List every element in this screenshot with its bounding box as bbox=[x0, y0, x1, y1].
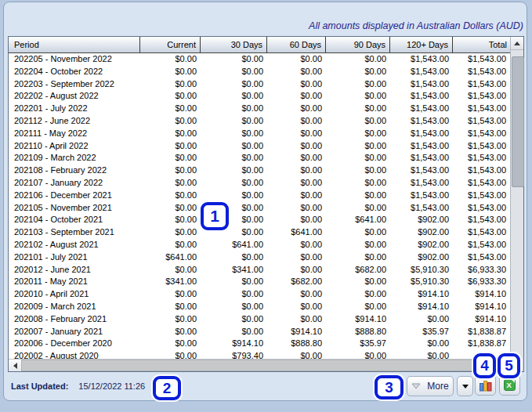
amount-cell: $0.00 bbox=[267, 214, 326, 226]
annotation-marker-4: 4 bbox=[473, 353, 496, 378]
table-row[interactable]: 202103 - September 2021$0.00$0.00$641.00… bbox=[9, 226, 510, 239]
table-row[interactable]: 202008 - February 2021$0.00$0.00$0.00$91… bbox=[9, 313, 510, 326]
amount-cell: $0.00 bbox=[267, 350, 326, 359]
amount-cell: $1,543.00 bbox=[390, 202, 453, 215]
more-button[interactable]: More bbox=[407, 376, 454, 396]
amount-cell: $1,543.00 bbox=[453, 103, 510, 115]
last-updated-value: 15/12/2022 11:26 bbox=[78, 381, 145, 391]
period-cell: 202002 - August 2020 bbox=[9, 350, 140, 359]
amount-cell: $1,543.00 bbox=[453, 251, 510, 264]
amount-cell: $914.10 bbox=[267, 326, 326, 338]
table-row[interactable]: 202205 - November 2022$0.00$0.00$0.00$0.… bbox=[9, 53, 510, 66]
table-row[interactable]: 202108 - February 2022$0.00$0.00$0.00$0.… bbox=[9, 164, 510, 177]
column-header-current[interactable]: Current bbox=[140, 37, 201, 52]
period-cell: 202008 - February 2021 bbox=[9, 313, 140, 326]
annotation-marker-5: 5 bbox=[498, 353, 520, 378]
amount-cell: $0.00 bbox=[201, 251, 267, 264]
aged-balances-screen: All amounts displayed in Australian Doll… bbox=[0, 0, 532, 412]
more-dropdown-button[interactable] bbox=[457, 376, 473, 396]
table-row[interactable]: 202007 - January 2021$0.00$0.00$914.10$8… bbox=[9, 326, 510, 338]
table-row[interactable]: 202006 - December 2020$0.00$914.10$888.8… bbox=[9, 338, 510, 350]
table-row[interactable]: 202106 - December 2021$0.00$0.00$0.00$0.… bbox=[9, 190, 510, 202]
table-row[interactable]: 202009 - March 2021$0.00$0.00$0.00$0.00$… bbox=[9, 301, 510, 313]
amount-cell: $0.00 bbox=[267, 103, 326, 115]
amount-cell: $0.00 bbox=[140, 190, 201, 202]
period-cell: 202202 - August 2022 bbox=[9, 90, 140, 103]
table-row[interactable]: 202203 - September 2022$0.00$0.00$0.00$0… bbox=[9, 78, 510, 91]
horizontal-scroll-thumb[interactable] bbox=[21, 360, 501, 371]
table-row[interactable]: 202012 - June 2021$0.00$341.00$0.00$682.… bbox=[9, 264, 510, 276]
table-row[interactable]: 202101 - July 2021$641.00$0.00$0.00$0.00… bbox=[9, 251, 510, 264]
amount-cell: $0.00 bbox=[201, 103, 267, 115]
amount-cell: $0.00 bbox=[267, 115, 326, 128]
column-header-period[interactable]: Period bbox=[9, 37, 140, 52]
period-cell: 202102 - August 2021 bbox=[9, 239, 140, 251]
table-row[interactable]: 202102 - August 2021$0.00$641.00$0.00$0.… bbox=[9, 239, 510, 251]
amount-cell: $0.00 bbox=[390, 338, 453, 350]
amount-cell: $0.00 bbox=[140, 103, 201, 115]
column-header-60-days[interactable]: 60 Days bbox=[267, 37, 326, 52]
arrow-up-icon bbox=[514, 42, 520, 45]
amount-cell: $35.97 bbox=[390, 326, 453, 338]
table-row[interactable]: 202011 - May 2021$341.00$0.00$682.00$0.0… bbox=[9, 276, 510, 288]
annotation-label: 3 bbox=[385, 379, 393, 396]
table-row[interactable]: 202201 - July 2022$0.00$0.00$0.00$0.00$1… bbox=[9, 103, 510, 115]
amount-cell: $0.00 bbox=[326, 152, 390, 164]
amount-cell: $0.00 bbox=[140, 313, 201, 326]
annotation-marker-2: 2 bbox=[153, 376, 181, 400]
table-row[interactable]: 202010 - April 2021$0.00$0.00$0.00$0.00$… bbox=[9, 288, 510, 301]
amount-cell: $0.00 bbox=[201, 115, 267, 128]
period-cell: 202012 - June 2021 bbox=[9, 264, 140, 276]
table-row[interactable]: 202204 - October 2022$0.00$0.00$0.00$0.0… bbox=[9, 66, 510, 78]
amount-cell: $902.00 bbox=[390, 214, 453, 226]
table-row[interactable]: 202107 - January 2022$0.00$0.00$0.00$0.0… bbox=[9, 177, 510, 190]
table-row[interactable]: 202002 - August 2020$0.00$793.40$0.00$0.… bbox=[9, 350, 510, 359]
table-row[interactable]: 202110 - April 2022$0.00$0.00$0.00$0.00$… bbox=[9, 140, 510, 153]
period-cell: 202101 - July 2021 bbox=[9, 251, 140, 264]
vertical-scrollbar[interactable] bbox=[510, 37, 523, 359]
amount-cell: $914.10 bbox=[453, 313, 510, 326]
amount-cell: $1,543.00 bbox=[390, 164, 453, 177]
amount-cell: $0.00 bbox=[326, 90, 390, 103]
amount-cell: $0.00 bbox=[201, 90, 267, 103]
column-header-90-days[interactable]: 90 Days bbox=[326, 37, 390, 52]
horizontal-scrollbar[interactable] bbox=[9, 359, 510, 371]
table-row[interactable]: 202111 - May 2022$0.00$0.00$0.00$0.00$1,… bbox=[9, 128, 510, 140]
amount-cell: $1,543.00 bbox=[390, 90, 453, 103]
period-cell: 202111 - May 2022 bbox=[9, 128, 140, 140]
period-cell: 202110 - April 2022 bbox=[9, 140, 140, 153]
period-cell: 202112 - June 2022 bbox=[9, 115, 140, 128]
amount-cell: $0.00 bbox=[267, 251, 326, 264]
scroll-up-button[interactable] bbox=[511, 37, 523, 50]
period-cell: 202103 - September 2021 bbox=[9, 226, 140, 239]
amount-cell: $0.00 bbox=[140, 264, 201, 276]
amount-cell: $682.00 bbox=[326, 264, 390, 276]
amount-cell: $641.00 bbox=[267, 226, 326, 239]
amount-cell: $0.00 bbox=[267, 239, 326, 251]
amount-cell: $641.00 bbox=[140, 251, 201, 264]
period-cell: 202204 - October 2022 bbox=[9, 66, 140, 78]
caret-down-icon bbox=[462, 385, 469, 389]
excel-icon: X bbox=[503, 378, 516, 392]
amount-cell: $902.00 bbox=[390, 226, 453, 239]
amount-cell: $0.00 bbox=[326, 103, 390, 115]
amount-cell: $1,543.00 bbox=[453, 115, 510, 128]
table-row[interactable]: 202104 - October 2021$0.00$0.00$0.00$641… bbox=[9, 214, 510, 226]
amount-cell: $1,543.00 bbox=[453, 190, 510, 202]
amount-cell: $0.00 bbox=[326, 177, 390, 190]
table-row[interactable]: 202112 - June 2022$0.00$0.00$0.00$0.00$1… bbox=[9, 115, 510, 128]
period-cell: 202105 - November 2021 bbox=[9, 202, 140, 215]
scroll-left-button[interactable] bbox=[9, 360, 22, 371]
table-row[interactable]: 202109 - March 2022$0.00$0.00$0.00$0.00$… bbox=[9, 152, 510, 164]
amount-cell: $0.00 bbox=[140, 78, 201, 91]
column-header-30-days[interactable]: 30 Days bbox=[201, 37, 267, 52]
amount-cell: $0.00 bbox=[326, 226, 390, 239]
table-row[interactable]: 202202 - August 2022$0.00$0.00$0.00$0.00… bbox=[9, 90, 510, 103]
column-header-120-days[interactable]: 120+ Days bbox=[390, 37, 453, 52]
amount-cell: $641.00 bbox=[326, 214, 390, 226]
amount-cell: $1,543.00 bbox=[390, 177, 453, 190]
amount-cell: $0.00 bbox=[267, 301, 326, 313]
column-header-total[interactable]: Total bbox=[453, 37, 510, 52]
vertical-scroll-thumb[interactable] bbox=[512, 56, 524, 187]
table-row[interactable]: 202105 - November 2021$0.00$0.00$0.00$0.… bbox=[9, 202, 510, 215]
